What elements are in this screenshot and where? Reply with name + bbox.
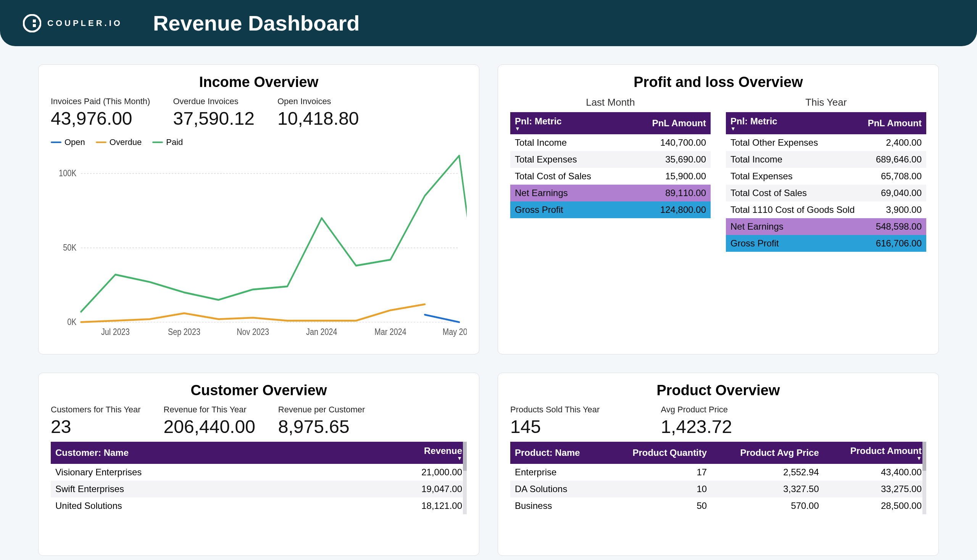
kpi-value: 23 (51, 416, 141, 437)
kpi-label: Overdue Invoices (173, 97, 255, 107)
pnl-this-year-label: This Year (726, 97, 926, 108)
sort-caret-icon: ▼ (828, 456, 922, 460)
cell-amount: 124,800.00 (626, 202, 711, 218)
cell-amount: 28,500.00 (823, 497, 926, 514)
table-row[interactable]: Business50570.0028,500.00 (510, 497, 926, 514)
table-row[interactable]: Total Expenses65,708.00 (726, 168, 926, 185)
page-title: Revenue Dashboard (153, 11, 360, 35)
col-metric[interactable]: Pnl: Metric▼ (510, 112, 626, 134)
legend-overdue[interactable]: Overdue (96, 137, 142, 147)
col-metric[interactable]: Pnl: Metric▼ (726, 112, 862, 134)
table-row[interactable]: United Solutions18,121.00 (51, 497, 467, 514)
cell-amount: 35,690.00 (626, 151, 711, 168)
svg-rect-1 (33, 20, 36, 23)
table-row[interactable]: Total Other Expenses2,400.00 (726, 134, 926, 151)
cell-amount: 2,400.00 (862, 134, 926, 151)
table-row[interactable]: Net Earnings548,598.00 (726, 218, 926, 235)
customer-overview-card: Customer Overview Customers for This Yea… (38, 373, 479, 556)
pnl-this-year: This Year Pnl: Metric▼ PnL Amount Total … (726, 97, 926, 252)
legend-label: Overdue (110, 137, 142, 147)
kpi-overdue-invoices: Overdue Invoices 37,590.12 (173, 97, 255, 129)
svg-text:Mar 2024: Mar 2024 (374, 327, 406, 337)
table-row[interactable]: Enterprise172,552.9443,400.00 (510, 464, 926, 481)
table-row[interactable]: Net Earnings89,110.00 (510, 185, 711, 202)
table-row[interactable]: Total 1110 Cost of Goods Sold3,900.00 (726, 202, 926, 218)
table-row[interactable]: Total Income689,646.00 (726, 151, 926, 168)
cell-qty: 10 (605, 481, 711, 497)
kpi-invoices-paid: Invoices Paid (This Month) 43,976.00 (51, 97, 150, 129)
sort-caret-icon: ▼ (515, 127, 621, 130)
product-table: Product: Name Product Quantity Product A… (510, 442, 926, 514)
scrollbar-thumb[interactable] (463, 442, 467, 471)
legend-label: Open (65, 137, 85, 147)
pnl-last-month-label: Last Month (510, 97, 711, 108)
table-row[interactable]: Total Income140,700.00 (510, 134, 711, 151)
col-customer-name[interactable]: Customer: Name (51, 442, 324, 464)
customer-kpis: Customers for This Year 23 Revenue for T… (51, 405, 467, 437)
scrollbar[interactable] (922, 442, 926, 514)
table-row[interactable]: Gross Profit616,706.00 (726, 235, 926, 252)
col-amount[interactable]: PnL Amount (626, 112, 711, 134)
cell-product: DA Solutions (510, 481, 605, 497)
kpi-revenue-year: Revenue for This Year 206,440.00 (164, 405, 256, 437)
cell-metric: Total Expenses (510, 151, 626, 168)
col-amount[interactable]: PnL Amount (862, 112, 926, 134)
kpi-value: 8,975.65 (278, 416, 365, 437)
cell-revenue: 18,121.00 (324, 497, 467, 514)
kpi-products-sold: Products Sold This Year 145 (510, 405, 600, 437)
legend-swatch (96, 142, 107, 143)
logo-icon (23, 14, 41, 32)
scrollbar-thumb[interactable] (922, 442, 926, 471)
sort-caret-icon: ▼ (730, 127, 857, 130)
table-row[interactable]: Total Cost of Sales69,040.00 (726, 185, 926, 202)
customer-title: Customer Overview (51, 382, 467, 398)
kpi-value: 206,440.00 (164, 416, 256, 437)
cell-metric: Total Income (726, 151, 862, 168)
customer-table: Customer: Name Revenue▼ Visionary Enterp… (51, 442, 467, 514)
table-row[interactable]: Visionary Enterprises21,000.00 (51, 464, 467, 481)
cell-product: Business (510, 497, 605, 514)
table-row[interactable]: Swift Enterprises19,047.00 (51, 481, 467, 497)
cell-avg: 3,327.50 (711, 481, 823, 497)
table-row[interactable]: DA Solutions103,327.5033,275.00 (510, 481, 926, 497)
cell-qty: 50 (605, 497, 711, 514)
dashboard-grid: Income Overview Invoices Paid (This Mont… (0, 46, 977, 556)
cell-amount: 89,110.00 (626, 185, 711, 202)
cell-metric: Total Cost of Sales (726, 185, 862, 202)
col-product-qty[interactable]: Product Quantity (605, 442, 711, 464)
svg-rect-3 (37, 22, 40, 25)
cell-amount: 69,040.00 (862, 185, 926, 202)
scrollbar[interactable] (463, 442, 467, 514)
sort-caret-icon: ▼ (329, 456, 462, 460)
cell-customer: Swift Enterprises (51, 481, 324, 497)
col-product-avg[interactable]: Product Avg Price (711, 442, 823, 464)
col-product-name[interactable]: Product: Name (510, 442, 605, 464)
cell-amount: 43,400.00 (823, 464, 926, 481)
kpi-label: Open Invoices (277, 97, 359, 107)
legend-paid[interactable]: Paid (152, 137, 183, 147)
kpi-value: 10,418.80 (277, 108, 359, 129)
cell-amount: 33,275.00 (823, 481, 926, 497)
legend-open[interactable]: Open (51, 137, 85, 147)
svg-text:May 2024: May 2024 (443, 327, 467, 337)
cell-amount: 15,900.00 (626, 168, 711, 185)
header: COUPLER.IO Revenue Dashboard (0, 0, 977, 46)
table-row[interactable]: Total Expenses35,690.00 (510, 151, 711, 168)
pnl-title: Profit and loss Overview (510, 74, 926, 90)
col-revenue[interactable]: Revenue▼ (324, 442, 467, 464)
brand-logo: COUPLER.IO (23, 14, 122, 32)
product-title: Product Overview (510, 382, 926, 398)
cell-amount: 616,706.00 (862, 235, 926, 252)
col-product-amount[interactable]: Product Amount▼ (823, 442, 926, 464)
table-row[interactable]: Gross Profit124,800.00 (510, 202, 711, 218)
cell-revenue: 19,047.00 (324, 481, 467, 497)
cell-amount: 65,708.00 (862, 168, 926, 185)
cell-metric: Net Earnings (726, 218, 862, 235)
brand-name: COUPLER.IO (47, 18, 122, 28)
table-row[interactable]: Total Cost of Sales15,900.00 (510, 168, 711, 185)
cell-metric: Gross Profit (510, 202, 626, 218)
kpi-label: Revenue per Customer (278, 405, 365, 415)
income-line-chart[interactable]: 0K50K100KJul 2023Sep 2023Nov 2023Jan 202… (51, 154, 467, 345)
legend-swatch (152, 142, 163, 143)
legend-swatch (51, 142, 62, 143)
